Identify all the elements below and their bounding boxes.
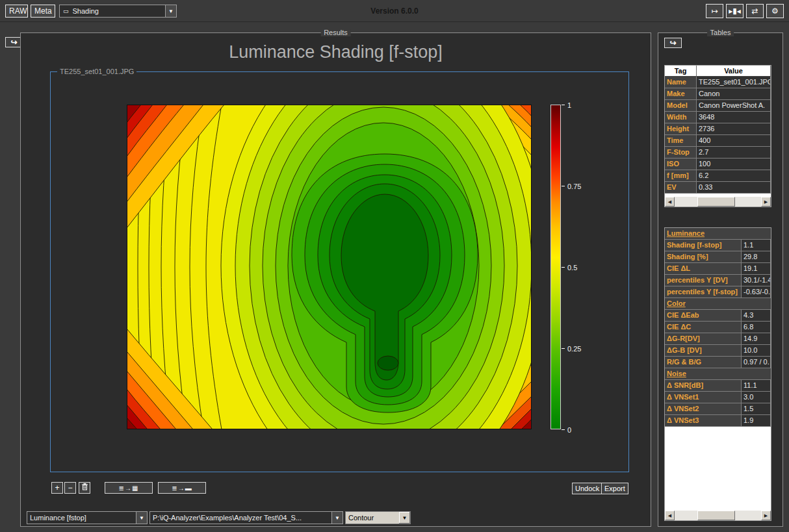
- exif-row[interactable]: Time400: [665, 135, 771, 147]
- measurement-section-row[interactable]: Noise: [665, 368, 771, 380]
- measurement-label-cell: R/G & B/G: [665, 357, 742, 368]
- colorbar-tick-mark: [562, 429, 565, 430]
- grid-view-button[interactable]: ≣→▦: [105, 482, 153, 494]
- exif-value-cell: 400: [697, 135, 771, 147]
- top-icon-row: ↦▸▮◂⇄⚙: [703, 4, 784, 18]
- module-select[interactable]: ▭ Shading ▼: [59, 5, 177, 18]
- measurement-value-cell: 10.0: [742, 345, 771, 357]
- image-path-select[interactable]: P:\iQ-Analyzer\Examples\Analyzer Test\04…: [149, 511, 343, 524]
- exif-row[interactable]: MakeCanon: [665, 88, 771, 100]
- zoom-out-button[interactable]: −: [64, 482, 76, 494]
- measurement-value-cell: 4.3: [742, 310, 771, 322]
- scrollbar-thumb[interactable]: [697, 197, 736, 207]
- colorbar-tick-label: 0.5: [567, 264, 577, 272]
- measurement-value-cell: 29.8: [742, 251, 771, 263]
- meta-button[interactable]: Meta: [31, 5, 55, 18]
- measurement-row[interactable]: Δ SNR[dB]11.1: [665, 380, 771, 392]
- tables-panel-label: Tables: [707, 29, 734, 36]
- trash-icon: [82, 483, 88, 490]
- measurement-value-cell: 1.5: [742, 403, 771, 415]
- page-title: Luminance Shading [f-stop]: [21, 42, 651, 62]
- measurement-row[interactable]: CIE ΔEab4.3: [665, 310, 771, 322]
- delete-button[interactable]: [79, 482, 90, 494]
- measurement-row[interactable]: ΔG-R[DV]14.9: [665, 333, 771, 345]
- exif-row[interactable]: Width3648: [665, 112, 771, 123]
- measurement-label-cell: CIE ΔEab: [665, 310, 742, 322]
- measurement-row[interactable]: percentiles Y [f-stop]-0.63/-0.0: [665, 286, 771, 298]
- app-window: RAW Meta ▭ Shading ▼ Version 6.0.0 ↦▸▮◂⇄…: [0, 0, 789, 532]
- measurement-section-row[interactable]: Color: [665, 298, 771, 310]
- exif-value-cell: 2.7: [697, 147, 771, 158]
- colorbar-ticks: 10.750.50.250: [562, 105, 591, 429]
- collapse-columns-icon[interactable]: ▸▮◂: [726, 4, 744, 18]
- undock-button[interactable]: Undock: [572, 483, 602, 494]
- colorbar-tick-label: 0.75: [567, 183, 581, 190]
- result-type-select[interactable]: Luminance [fstop] ▼: [27, 511, 148, 524]
- measurement-value-cell: 19.1: [742, 263, 771, 275]
- exif-row[interactable]: Height2736: [665, 123, 771, 135]
- exif-value-cell: 3648: [697, 112, 771, 123]
- measurement-row[interactable]: CIE ΔL19.1: [665, 263, 771, 275]
- chevron-down-icon[interactable]: ▼: [136, 512, 147, 524]
- exif-row[interactable]: NameTE255_set01_001.JPG: [665, 77, 771, 88]
- scroll-left-icon[interactable]: ◀: [665, 197, 675, 207]
- measurement-rows: LuminanceShading [f-stop]1.1Shading [%]2…: [665, 228, 771, 427]
- exif-tag-cell: EV: [665, 182, 697, 194]
- zoom-in-button[interactable]: +: [51, 482, 63, 494]
- exif-tag-cell: Width: [665, 112, 697, 123]
- tables-undock-arrow-button[interactable]: ↪: [664, 38, 682, 48]
- measurement-row[interactable]: percentiles Y [DV]30.1/-1.4: [665, 275, 771, 286]
- settings-gear-icon[interactable]: ⚙: [766, 4, 784, 18]
- raw-button[interactable]: RAW: [5, 5, 28, 18]
- measurement-row[interactable]: R/G & B/G0.97 / 0.: [665, 357, 771, 368]
- exif-row[interactable]: EV0.33: [665, 182, 771, 194]
- measurement-row[interactable]: Δ VNSet31.9: [665, 415, 771, 427]
- measurement-row[interactable]: Δ VNSet13.0: [665, 392, 771, 403]
- measurements-table: LuminanceShading [f-stop]1.1Shading [%]2…: [664, 227, 771, 521]
- image-path-value: P:\iQ-Analyzer\Examples\Analyzer Test\04…: [150, 514, 331, 522]
- display-mode-select[interactable]: Contour ▼: [345, 511, 411, 524]
- single-view-button[interactable]: ≣→▬: [158, 482, 206, 494]
- scrollbar-thumb[interactable]: [697, 511, 736, 520]
- exif-rows: NameTE255_set01_001.JPGMakeCanonModelCan…: [665, 77, 771, 194]
- scrollbar-track[interactable]: [675, 197, 761, 207]
- exif-value-cell: TE255_set01_001.JPG: [697, 77, 771, 88]
- exif-row[interactable]: f [mm]6.2: [665, 170, 771, 182]
- measurement-label-cell: Color: [665, 298, 771, 310]
- image-frame[interactable]: TE255_set01_001.JPG: [50, 71, 629, 472]
- exif-horizontal-scrollbar[interactable]: ◀ ▶: [665, 197, 771, 207]
- swap-arrows-icon[interactable]: ⇄: [746, 4, 764, 18]
- measurement-label-cell: Δ VNSet1: [665, 392, 742, 403]
- measurement-value-cell: -0.63/-0.0: [742, 286, 771, 298]
- tables-panel: Tables ↪ Tag Value NameTE255_set01_001.J…: [658, 32, 783, 527]
- export-button[interactable]: Export: [601, 483, 628, 494]
- chevron-down-icon[interactable]: ▼: [399, 512, 410, 524]
- measurement-row[interactable]: Shading [f-stop]1.1: [665, 240, 771, 251]
- scroll-left-icon[interactable]: ◀: [665, 511, 675, 520]
- colorbar-tick-mark: [562, 267, 565, 268]
- measurement-section-row[interactable]: Luminance: [665, 228, 771, 240]
- scroll-right-icon[interactable]: ▶: [761, 197, 771, 207]
- measurement-value-cell: 1.9: [742, 415, 771, 427]
- connect-icon[interactable]: ↦: [706, 4, 723, 18]
- measurement-row[interactable]: Δ VNSet21.5: [665, 403, 771, 415]
- exif-tag-cell: F-Stop: [665, 147, 697, 158]
- exif-row[interactable]: F-Stop2.7: [665, 147, 771, 158]
- scrollbar-track[interactable]: [675, 511, 761, 520]
- exif-row[interactable]: ModelCanon PowerShot A.: [665, 100, 771, 112]
- exif-tag-cell: Make: [665, 88, 697, 100]
- measurement-label-cell: Noise: [665, 368, 771, 380]
- measurement-label-cell: ΔG-B [DV]: [665, 345, 742, 357]
- measurements-horizontal-scrollbar[interactable]: ◀ ▶: [665, 511, 771, 520]
- chevron-down-icon[interactable]: ▼: [331, 512, 343, 524]
- measurement-row[interactable]: ΔG-B [DV]10.0: [665, 345, 771, 357]
- results-panel: Results Luminance Shading [f-stop] TE255…: [20, 32, 651, 527]
- exif-tag-cell: Height: [665, 123, 697, 135]
- chevron-down-icon[interactable]: ▼: [165, 5, 176, 17]
- exif-row[interactable]: ISO100: [665, 158, 771, 170]
- scroll-right-icon[interactable]: ▶: [761, 511, 771, 520]
- result-type-value: Luminance [fstop]: [27, 514, 136, 522]
- measurement-label-cell: percentiles Y [f-stop]: [665, 286, 742, 298]
- measurement-row[interactable]: CIE ΔC6.8: [665, 322, 771, 333]
- measurement-row[interactable]: Shading [%]29.8: [665, 251, 771, 263]
